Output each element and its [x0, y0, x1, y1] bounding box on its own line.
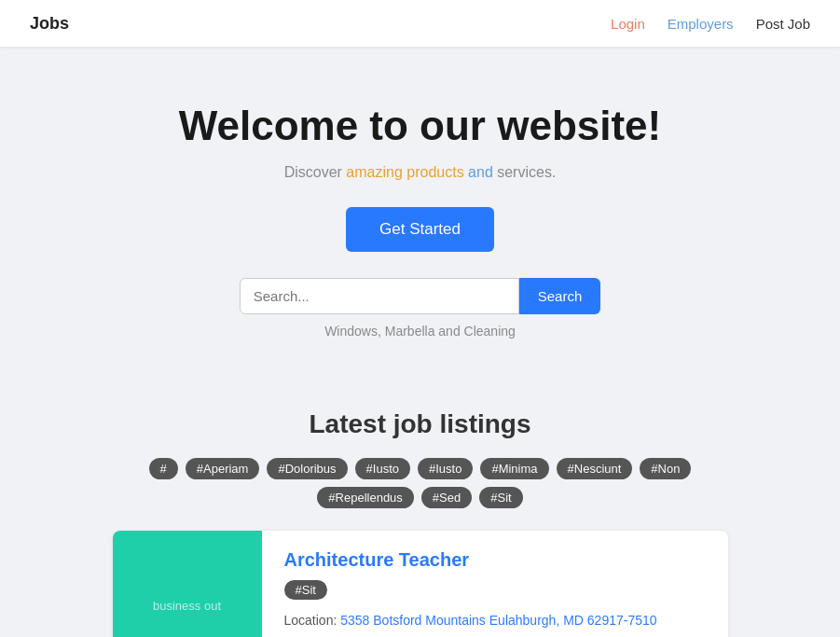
tag-item[interactable]: #Nesciunt	[557, 458, 633, 479]
subtitle-and: and	[468, 164, 497, 180]
subtitle-amazing: amazing	[346, 164, 406, 180]
tag-item[interactable]: #Iusto	[418, 458, 473, 479]
tag-item[interactable]: #Non	[640, 458, 691, 479]
job-card-image-text: business out	[153, 599, 221, 613]
get-started-button[interactable]: Get Started	[346, 207, 494, 252]
postjob-link[interactable]: Post Job	[756, 16, 810, 32]
tag-item[interactable]: #Sit	[479, 487, 522, 508]
search-input[interactable]	[240, 278, 519, 314]
job-card-image: business out	[113, 531, 262, 637]
tag-item[interactable]: #Minima	[480, 458, 548, 479]
tag-item[interactable]: #Repellendus	[317, 487, 414, 508]
subtitle-products: products	[406, 164, 468, 180]
job-card-body: Architecture Teacher #Sit Location: 5358…	[262, 531, 728, 637]
subtitle-discover: Discover	[284, 164, 347, 180]
hero-title: Welcome to our website!	[19, 103, 821, 149]
nav-links: Login Employers Post Job	[611, 16, 810, 32]
jobs-section-title: Latest job listings	[113, 409, 728, 439]
hero-subtitle: Discover amazing products and services.	[19, 164, 821, 181]
tag-item[interactable]: #	[149, 458, 178, 479]
tag-item[interactable]: #Sed	[421, 487, 472, 508]
employers-link[interactable]: Employers	[668, 16, 734, 32]
tag-item[interactable]: #Iusto	[355, 458, 410, 479]
location-label: Location:	[284, 613, 341, 628]
location-value: 5358 Botsford Mountains Eulahburgh, MD 6…	[340, 613, 656, 628]
nav-brand[interactable]: Jobs	[30, 14, 69, 34]
tag-item[interactable]: #Doloribus	[267, 458, 347, 479]
job-card: business out Architecture Teacher #Sit L…	[113, 531, 728, 637]
hero-section: Welcome to our website! Discover amazing…	[0, 47, 840, 409]
search-container: Search	[19, 278, 821, 314]
subtitle-services: services.	[497, 164, 556, 180]
tags-container: ##Aperiam#Doloribus#Iusto#Iusto#Minima#N…	[113, 458, 728, 508]
job-card-tag[interactable]: #Sit	[284, 580, 327, 600]
jobs-section: Latest job listings ##Aperiam#Doloribus#…	[94, 409, 747, 637]
navbar: Jobs Login Employers Post Job	[0, 0, 840, 47]
login-link[interactable]: Login	[611, 16, 645, 32]
job-card-location: Location: 5358 Botsford Mountains Eulahb…	[284, 613, 706, 628]
search-button[interactable]: Search	[519, 278, 601, 314]
job-card-title[interactable]: Architecture Teacher	[284, 549, 706, 571]
tag-item[interactable]: #Aperiam	[186, 458, 260, 479]
search-suggestions: Windows, Marbella and Cleaning	[19, 324, 821, 339]
